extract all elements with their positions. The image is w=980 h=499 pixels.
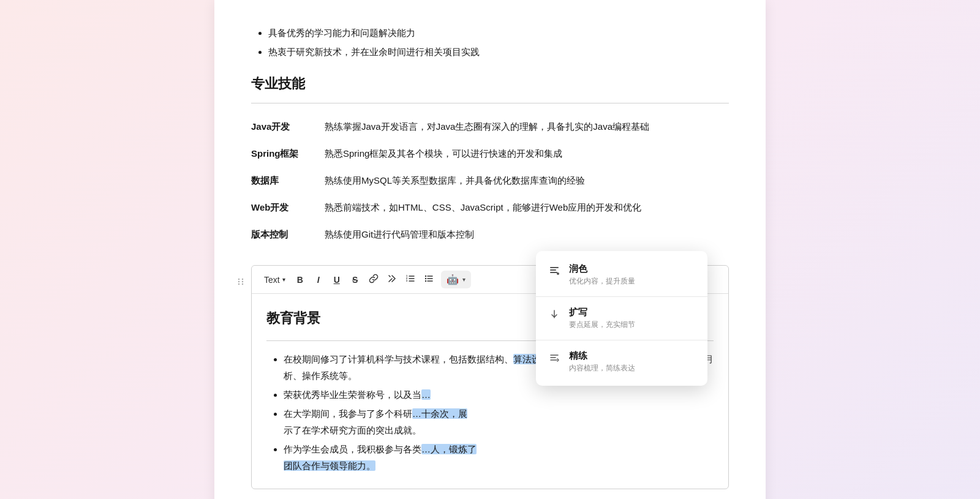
edu-bullet-3: 在大学期间，我参与了多个科研…十余次，展示了在学术研究方面的突出成就。 [284,405,714,438]
svg-point-3 [242,281,243,282]
text-style-label: Text [264,275,280,285]
ai-edit-button[interactable]: 🤖 ▾ [441,271,471,288]
condense-text: 精练 内容梳理，简练表达 [569,350,635,373]
skill-label-db: 数据库 [251,167,325,194]
skill-desc-db: 熟练使用MySQL等关系型数据库，并具备优化数据库查询的经验 [325,167,729,194]
svg-point-11 [424,280,426,282]
skill-row-web: Web开发 熟悉前端技术，如HTML、CSS、JavaScript，能够进行We… [251,194,729,221]
skills-divider [251,103,729,103]
skill-label-java: Java开发 [251,113,325,140]
skill-row-spring: Spring框架 熟悉Spring框架及其各个模块，可以进行快速的开发和集成 [251,140,729,167]
link-button[interactable] [365,271,382,288]
svg-text:3: 3 [406,279,408,282]
underline-button[interactable]: U [328,271,345,288]
skill-row-git: 版本控制 熟练使用Git进行代码管理和版本控制 [251,221,729,248]
italic-button[interactable]: I [310,271,327,288]
clear-format-button[interactable] [383,271,401,288]
ai-chevron-icon: ▾ [462,276,466,283]
polish-icon [548,265,560,277]
strikethrough-button[interactable]: S [347,271,364,288]
skill-desc-git: 熟练使用Git进行代码管理和版本控制 [325,221,729,248]
ordered-list-button[interactable]: 1 2 3 [402,271,419,288]
polish-text: 润色 优化内容，提升质量 [569,263,635,287]
intro-bullet-2: 热衷于研究新技术，并在业余时间进行相关项目实践 [268,43,729,60]
edu-bullet-4: 作为学生会成员，我积极参与各类…人，锻炼了团队合作与领导能力。 [284,441,714,474]
expand-text: 扩写 要点延展，充实细节 [569,307,635,330]
skill-label-web: Web开发 [251,194,325,221]
skill-desc-java: 熟练掌握Java开发语言，对Java生态圈有深入的理解，具备扎实的Java编程基… [325,113,729,140]
underline-icon: U [334,275,340,285]
svg-point-9 [424,276,426,277]
condense-icon [548,351,560,364]
svg-point-5 [242,283,243,285]
italic-icon: I [317,275,320,285]
svg-point-4 [238,283,239,285]
unordered-list-button[interactable] [420,271,437,288]
unordered-list-icon [424,274,434,285]
svg-point-10 [424,278,426,279]
svg-rect-14 [550,272,557,273]
expand-label: 扩写 [569,307,635,318]
skill-row-db: 数据库 熟练使用MySQL等关系型数据库，并具备优化数据库查询的经验 [251,167,729,194]
link-icon [369,274,379,285]
drag-handle[interactable] [233,274,248,289]
ai-menu-condense[interactable]: 精练 内容梳理，简练表达 [536,343,707,381]
expand-icon [548,308,560,320]
skills-title: 专业技能 [251,75,729,93]
ai-menu-polish[interactable]: 润色 优化内容，提升质量 [536,256,707,294]
skill-row-java: Java开发 熟练掌握Java开发语言，对Java生态圈有深入的理解，具备扎实的… [251,113,729,140]
edu-bullet-2: 荣获优秀毕业生荣誉称号，以及当… [284,386,714,403]
ai-dropdown-menu: 润色 优化内容，提升质量 扩写 要点延展，充实细节 [536,251,707,386]
text-style-dropdown[interactable]: Text ▾ [259,272,290,287]
skills-table: Java开发 熟练掌握Java开发语言，对Java生态圈有深入的理解，具备扎实的… [251,113,729,248]
polish-label: 润色 [569,263,635,275]
chevron-down-icon: ▾ [282,276,285,283]
skills-section: 专业技能 Java开发 熟练掌握Java开发语言，对Java生态圈有深入的理解，… [251,75,729,248]
ai-menu-divider-2 [536,340,707,340]
svg-point-2 [238,281,239,282]
strikethrough-icon: S [352,275,358,285]
ai-menu-expand[interactable]: 扩写 要点延展，充实细节 [536,299,707,337]
expand-desc: 要点延展，充实细节 [569,320,635,330]
condense-label: 精练 [569,350,635,362]
skill-desc-web: 熟悉前端技术，如HTML、CSS、JavaScript，能够进行Web应用的开发… [325,194,729,221]
svg-point-0 [238,279,239,280]
svg-rect-13 [550,269,556,271]
skill-label-git: 版本控制 [251,221,325,248]
polish-desc: 优化内容，提升质量 [569,276,635,287]
svg-rect-12 [550,267,559,268]
ordered-list-icon: 1 2 3 [405,274,415,285]
ai-robot-icon: 🤖 [447,274,459,285]
intro-bullet-1: 具备优秀的学习能力和问题解决能力 [268,24,729,41]
bold-button[interactable]: B [292,271,309,288]
svg-point-1 [242,279,243,280]
bold-icon: B [297,275,303,285]
skill-desc-spring: 熟悉Spring框架及其各个模块，可以进行快速的开发和集成 [325,140,729,167]
ai-menu-divider-1 [536,296,707,297]
condense-desc: 内容梳理，简练表达 [569,363,635,373]
clear-format-icon [387,274,397,285]
skill-label-spring: Spring框架 [251,140,325,167]
